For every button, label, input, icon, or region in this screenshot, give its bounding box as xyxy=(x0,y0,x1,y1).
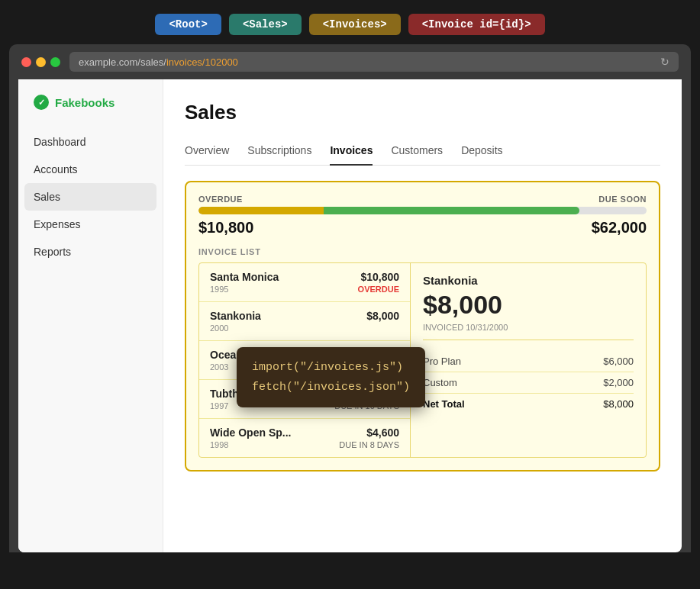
tabs-bar: Overview Subscriptions Invoices Customer… xyxy=(185,140,660,166)
right-panel-invoiced: INVOICED 10/31/2000 xyxy=(423,323,634,340)
reload-icon[interactable]: ↻ xyxy=(660,56,669,68)
sidebar-item-dashboard[interactable]: Dashboard xyxy=(18,128,163,156)
logo-icon: ✓ xyxy=(34,95,49,110)
sidebar-item-sales[interactable]: Sales xyxy=(24,183,156,211)
breadcrumb-invoices[interactable]: <Invoices> xyxy=(309,14,401,35)
line-value-1: $2,000 xyxy=(603,377,634,388)
page-title: Sales xyxy=(185,101,660,124)
right-panel-line-2: Net Total $8,000 xyxy=(423,394,634,414)
invoice-name-0: Santa Monica xyxy=(210,271,279,283)
address-bar[interactable]: example.com/sales/invoices/102000 ↻ xyxy=(69,52,679,72)
right-panel-company: Stankonia xyxy=(423,274,634,287)
invoice-right-column: Stankonia $8,000 INVOICED 10/31/2000 Pro… xyxy=(411,263,646,457)
invoice-amount-1: $8,000 xyxy=(366,310,399,322)
due-soon-amount: $62,000 xyxy=(592,219,647,237)
invoice-row-0[interactable]: Santa Monica 1995 $10,800 OVERDUE xyxy=(199,263,410,302)
main-content: Sales Overview Subscriptions Invoices Cu… xyxy=(163,79,682,552)
sidebar-item-reports[interactable]: Reports xyxy=(18,238,163,266)
right-panel-line-0: Pro Plan $6,000 xyxy=(423,351,634,372)
invoice-year-1: 2000 xyxy=(210,323,261,333)
invoice-list-label: INVOICE LIST xyxy=(198,247,647,256)
invoice-row-4[interactable]: Wide Open Sp... 1998 $4,600 DUE IN 8 DAY… xyxy=(199,419,410,457)
breadcrumb-sales[interactable]: <Sales> xyxy=(229,14,302,35)
right-panel-line-1: Custom $2,000 xyxy=(423,372,634,394)
logo-text: Fakebooks xyxy=(55,96,115,109)
sidebar-item-expenses[interactable]: Expenses xyxy=(18,211,163,238)
progress-bar-green xyxy=(324,207,579,214)
invoice-name-1: Stankonia xyxy=(210,310,261,322)
due-soon-label: DUE SOON xyxy=(598,195,647,204)
tab-overview[interactable]: Overview xyxy=(185,140,229,166)
right-panel-amount: $8,000 xyxy=(423,290,634,320)
breadcrumb-invoice-id[interactable]: <Invoice id={id}> xyxy=(408,14,545,35)
sidebar-item-accounts[interactable]: Accounts xyxy=(18,156,163,183)
tab-invoices[interactable]: Invoices xyxy=(330,140,373,166)
invoice-year-4: 1998 xyxy=(210,440,291,449)
invoice-year-0: 1995 xyxy=(210,285,279,294)
invoice-status-4: DUE IN 8 DAYS xyxy=(339,440,399,449)
browser-window: example.com/sales/invoices/102000 ↻ ✓ Fa… xyxy=(9,44,691,552)
traffic-lights xyxy=(21,57,60,67)
tab-subscriptions[interactable]: Subscriptions xyxy=(247,140,311,166)
minimize-button[interactable] xyxy=(36,57,46,67)
close-button[interactable] xyxy=(21,57,31,67)
address-text: example.com/sales/invoices/102000 xyxy=(79,56,238,68)
overdue-label: OVERDUE xyxy=(198,195,243,204)
sidebar-logo: ✓ Fakebooks xyxy=(18,95,163,128)
breadcrumb-root[interactable]: <Root> xyxy=(155,14,221,35)
overdue-amount: $10,800 xyxy=(198,219,253,237)
browser-content: ✓ Fakebooks Dashboard Accounts Sales Exp… xyxy=(18,79,682,552)
invoice-row-1[interactable]: Stankonia 2000 $8,000 xyxy=(199,302,410,341)
progress-bar xyxy=(198,207,647,214)
progress-bar-yellow xyxy=(198,207,324,214)
code-tooltip: import("/invoices.js") fetch("/invoices.… xyxy=(237,347,425,407)
tab-customers[interactable]: Customers xyxy=(391,140,443,166)
line-label-1: Custom xyxy=(423,377,457,388)
line-value-2: $8,000 xyxy=(603,398,634,410)
invoice-status-0: OVERDUE xyxy=(358,285,399,294)
breadcrumb-bar: <Root> <Sales> <Invoices> <Invoice id={i… xyxy=(0,0,700,44)
invoice-name-4: Wide Open Sp... xyxy=(210,426,291,439)
maximize-button[interactable] xyxy=(50,57,60,67)
tooltip-line-1: import("/invoices.js") xyxy=(252,358,410,378)
sidebar: ✓ Fakebooks Dashboard Accounts Sales Exp… xyxy=(18,79,163,552)
invoice-card: OVERDUE DUE SOON $10,800 $62,000 xyxy=(185,181,660,472)
tooltip-line-2: fetch("/invoices.json") xyxy=(252,378,410,397)
line-value-0: $6,000 xyxy=(603,356,634,367)
line-label-0: Pro Plan xyxy=(423,356,461,367)
invoice-amount-0: $10,800 xyxy=(358,271,399,283)
invoice-amount-4: $4,600 xyxy=(339,426,399,439)
tab-deposits[interactable]: Deposits xyxy=(461,140,502,166)
line-label-2: Net Total xyxy=(423,398,465,410)
